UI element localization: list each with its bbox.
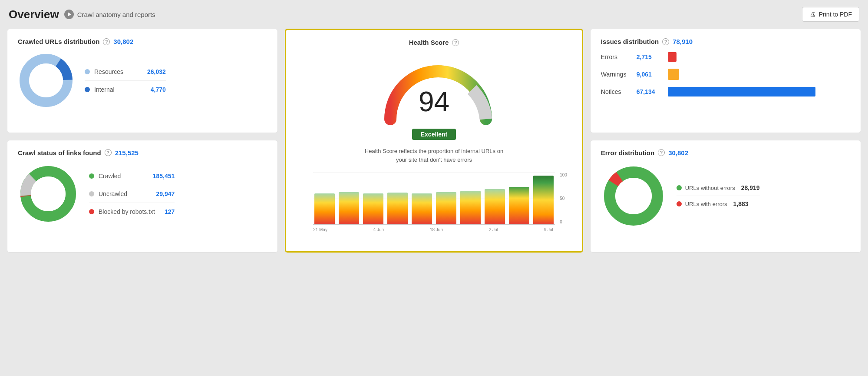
error-dist-title: Error distribution: [601, 149, 654, 156]
blocked-dot: [89, 209, 94, 214]
bar-3: [363, 193, 383, 224]
crawl-status-header: Crawl status of links found ? 215,525: [18, 149, 267, 156]
issue-notices-row: Notices 67,134: [601, 87, 850, 96]
no-errors-value: 28,919: [741, 184, 760, 191]
legend-no-errors: URLs without errors 28,919: [677, 184, 760, 191]
issue-notices-label: Notices: [601, 88, 631, 95]
legend-uncrawled: Uncrawled 29,947: [89, 190, 175, 197]
y-label-50: 50: [560, 196, 567, 201]
bar-col-8: [484, 173, 506, 224]
bar-col-3: [362, 173, 384, 224]
internal-value: 4,770: [151, 86, 166, 93]
bar-col-7: [459, 173, 482, 224]
bar-col-9: [508, 173, 531, 224]
crawled-urls-donut-container: Resources 26,032 Internal 4,770: [18, 52, 267, 109]
health-score-badge: Excellent: [412, 129, 456, 140]
health-score-header: Health Score ?: [409, 39, 459, 46]
bar-6: [436, 192, 456, 224]
issues-list: Errors 2,715 Warnings 9,061 Notices 67,1…: [601, 52, 850, 96]
health-score-help-icon[interactable]: ?: [452, 39, 459, 46]
bar-4: [387, 193, 408, 224]
x-label-9jul: 9 Jul: [544, 227, 553, 232]
crawl-status-help-icon[interactable]: ?: [105, 149, 112, 156]
bar-col-2: [337, 173, 360, 224]
no-errors-dot: [677, 185, 682, 190]
error-dist-donut: [601, 163, 666, 229]
uncrawled-dot: [89, 191, 94, 196]
crawled-urls-title: Crawled URLs distribution: [18, 38, 99, 45]
health-score-description: Health Score reflects the proportion of …: [364, 147, 503, 164]
error-dist-help-icon[interactable]: ?: [658, 149, 665, 156]
bar-7: [460, 191, 481, 224]
crawl-status-donut: [18, 163, 79, 224]
page-title: Overview: [9, 8, 59, 21]
crawled-urls-header: Crawled URLs distribution ? 30,802: [18, 38, 267, 45]
issue-warnings-row: Warnings 9,061: [601, 69, 850, 80]
bar-col-6: [435, 173, 457, 224]
page-header: Overview Crawl anatomy and reports 🖨 Pri…: [7, 7, 861, 22]
internal-dot: [85, 87, 90, 92]
health-score-value: 94: [419, 88, 449, 116]
bar-1: [314, 193, 335, 224]
blocked-label: Blocked by robots.txt: [99, 208, 155, 215]
crawl-status-legend: Crawled 185,451 Uncrawled 29,947 Blocked…: [89, 173, 175, 215]
y-label-0: 0: [560, 220, 567, 224]
legend-blocked: Blocked by robots.txt 127: [89, 208, 175, 215]
print-to-pdf-button[interactable]: 🖨 Print to PDF: [802, 7, 859, 22]
print-icon: 🖨: [809, 11, 815, 18]
bar-col-5: [410, 173, 433, 224]
y-label-100: 100: [560, 173, 567, 177]
x-axis-labels: 21 May 4 Jun 18 Jun 2 Jul 9 Jul: [313, 227, 555, 232]
issue-errors-row: Errors 2,715: [601, 52, 850, 62]
error-dist-container: URLs without errors 28,919 URLs with err…: [601, 163, 850, 229]
issue-errors-bar: [668, 52, 677, 62]
crawl-status-title: Crawl status of links found: [18, 149, 101, 156]
crawled-urls-help-icon[interactable]: ?: [103, 38, 110, 45]
issue-warnings-value: 9,061: [637, 71, 663, 78]
health-score-chart: 100 50 0: [313, 173, 555, 243]
resources-label: Resources: [94, 68, 138, 75]
blocked-value: 127: [165, 208, 175, 215]
issue-notices-bar: [668, 87, 815, 96]
crawled-urls-legend: Resources 26,032 Internal 4,770: [85, 68, 166, 93]
issues-header: Issues distribution ? 78,910: [601, 38, 850, 45]
issues-distribution-card: Issues distribution ? 78,910 Errors 2,71…: [590, 29, 861, 133]
crawl-status-donut-container: Crawled 185,451 Uncrawled 29,947 Blocked…: [18, 163, 267, 224]
bar-10: [533, 176, 554, 224]
legend-resources: Resources 26,032: [85, 68, 166, 75]
with-errors-dot: [677, 201, 682, 206]
with-errors-label: URLs with errors: [685, 201, 727, 207]
svg-point-2: [29, 63, 63, 97]
resources-value: 26,032: [147, 68, 166, 75]
legend-with-errors: URLs with errors 1,883: [677, 200, 760, 207]
resources-dot: [85, 69, 90, 74]
error-legend: URLs without errors 28,919 URLs with err…: [677, 184, 760, 207]
no-errors-label: URLs without errors: [685, 185, 735, 191]
issue-warnings-bar: [668, 69, 679, 80]
print-label: Print to PDF: [819, 11, 852, 18]
bar-5: [412, 193, 432, 224]
svg-point-6: [31, 176, 66, 211]
crawl-status-total: 215,525: [115, 149, 139, 156]
crawl-status-card: Crawl status of links found ? 215,525 Cr…: [7, 140, 278, 253]
error-dist-total: 30,802: [668, 149, 688, 156]
header-left: Overview Crawl anatomy and reports: [9, 8, 155, 21]
uncrawled-label: Uncrawled: [99, 190, 146, 197]
health-score-card: Health Score ?: [285, 29, 583, 253]
legend-internal: Internal 4,770: [85, 86, 166, 93]
play-icon: [64, 10, 74, 19]
crawled-urls-donut: [18, 52, 74, 109]
breadcrumb: Crawl anatomy and reports: [64, 10, 155, 19]
bar-chart-inner: 100 50 0: [313, 173, 555, 225]
issue-errors-value: 2,715: [637, 53, 663, 60]
bar-col-10: [532, 173, 555, 224]
uncrawled-value: 29,947: [156, 190, 175, 197]
bar-col-4: [386, 173, 409, 224]
dashboard: Crawled URLs distribution ? 30,802 Resou…: [7, 29, 861, 253]
legend-crawled: Crawled 185,451: [89, 173, 175, 180]
issue-notices-value: 67,134: [637, 88, 663, 95]
crawled-urls-total: 30,802: [113, 38, 133, 45]
health-score-gauge: 94: [377, 55, 490, 124]
bar-2: [339, 192, 359, 224]
issues-help-icon[interactable]: ?: [662, 38, 669, 45]
